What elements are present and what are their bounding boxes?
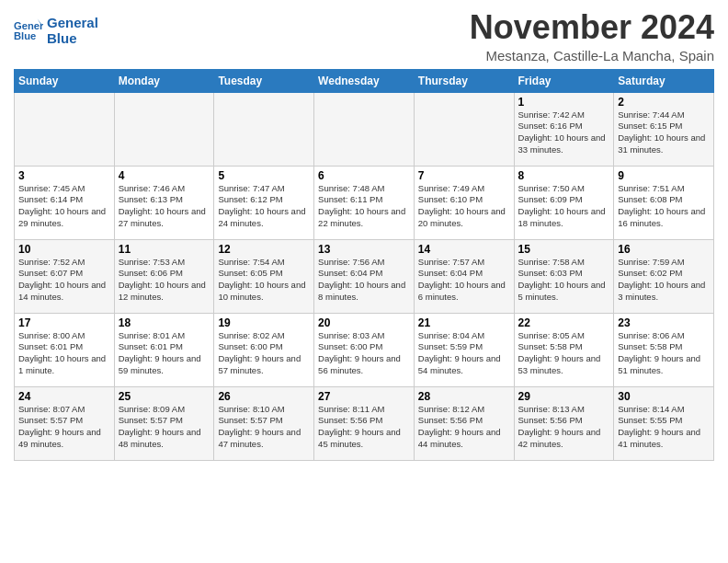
calendar-table: SundayMondayTuesdayWednesdayThursdayFrid… [14, 69, 714, 461]
day-info: Sunrise: 7:59 AM Sunset: 6:02 PM Dayligh… [618, 257, 710, 304]
calendar-cell: 26Sunrise: 8:10 AM Sunset: 5:57 PM Dayli… [214, 386, 314, 460]
day-number: 8 [518, 169, 610, 182]
calendar-week-row: 1Sunrise: 7:42 AM Sunset: 6:16 PM Daylig… [15, 92, 714, 166]
day-number: 27 [318, 390, 410, 403]
title-area: November 2024 Mestanza, Castille-La Manc… [470, 9, 714, 63]
calendar-week-row: 17Sunrise: 8:00 AM Sunset: 6:01 PM Dayli… [15, 313, 714, 386]
day-number: 12 [218, 243, 310, 256]
weekday-header-cell: Tuesday [214, 69, 314, 92]
day-number: 6 [318, 169, 410, 182]
day-info: Sunrise: 7:52 AM Sunset: 6:07 PM Dayligh… [18, 257, 110, 304]
day-number: 29 [518, 390, 610, 403]
calendar-cell: 8Sunrise: 7:50 AM Sunset: 6:09 PM Daylig… [514, 166, 614, 239]
logo-line1: General [47, 15, 98, 30]
calendar-cell: 23Sunrise: 8:06 AM Sunset: 5:58 PM Dayli… [614, 313, 714, 386]
day-info: Sunrise: 8:13 AM Sunset: 5:56 PM Dayligh… [518, 404, 610, 451]
day-number: 25 [119, 390, 210, 403]
day-number: 18 [119, 316, 210, 329]
calendar-cell: 22Sunrise: 8:05 AM Sunset: 5:58 PM Dayli… [514, 313, 614, 386]
day-info: Sunrise: 7:50 AM Sunset: 6:09 PM Dayligh… [518, 183, 610, 230]
day-info: Sunrise: 7:53 AM Sunset: 6:06 PM Dayligh… [119, 257, 210, 304]
calendar-cell [314, 92, 415, 166]
header: General Blue General Blue November 2024 … [14, 9, 714, 63]
calendar-cell: 1Sunrise: 7:42 AM Sunset: 6:16 PM Daylig… [514, 92, 614, 166]
day-info: Sunrise: 8:11 AM Sunset: 5:56 PM Dayligh… [318, 404, 410, 451]
calendar-cell: 29Sunrise: 8:13 AM Sunset: 5:56 PM Dayli… [514, 386, 614, 460]
calendar-cell: 27Sunrise: 8:11 AM Sunset: 5:56 PM Dayli… [314, 386, 415, 460]
day-info: Sunrise: 8:00 AM Sunset: 6:01 PM Dayligh… [18, 330, 110, 377]
day-number: 10 [18, 243, 110, 256]
calendar-cell [114, 92, 214, 166]
day-number: 22 [518, 316, 610, 329]
day-number: 7 [418, 169, 510, 182]
calendar-cell: 3Sunrise: 7:45 AM Sunset: 6:14 PM Daylig… [15, 166, 115, 239]
day-info: Sunrise: 8:12 AM Sunset: 5:56 PM Dayligh… [418, 404, 510, 451]
day-number: 4 [119, 169, 210, 182]
day-number: 9 [618, 169, 710, 182]
day-number: 17 [18, 316, 110, 329]
day-info: Sunrise: 8:05 AM Sunset: 5:58 PM Dayligh… [518, 330, 610, 377]
calendar-cell: 11Sunrise: 7:53 AM Sunset: 6:06 PM Dayli… [114, 239, 214, 313]
calendar-cell: 9Sunrise: 7:51 AM Sunset: 6:08 PM Daylig… [614, 166, 714, 239]
day-info: Sunrise: 7:47 AM Sunset: 6:12 PM Dayligh… [218, 183, 310, 230]
day-info: Sunrise: 7:57 AM Sunset: 6:04 PM Dayligh… [418, 257, 510, 304]
calendar-cell: 21Sunrise: 8:04 AM Sunset: 5:59 PM Dayli… [414, 313, 514, 386]
calendar-week-row: 10Sunrise: 7:52 AM Sunset: 6:07 PM Dayli… [15, 239, 714, 313]
calendar-cell: 6Sunrise: 7:48 AM Sunset: 6:11 PM Daylig… [314, 166, 415, 239]
calendar-week-row: 24Sunrise: 8:07 AM Sunset: 5:57 PM Dayli… [15, 386, 714, 460]
generalblue-logo-icon: General Blue [14, 17, 43, 43]
calendar-cell: 14Sunrise: 7:57 AM Sunset: 6:04 PM Dayli… [414, 239, 514, 313]
calendar-cell: 16Sunrise: 7:59 AM Sunset: 6:02 PM Dayli… [614, 239, 714, 313]
day-number: 1 [518, 96, 610, 109]
weekday-header-cell: Thursday [414, 69, 514, 92]
day-info: Sunrise: 8:03 AM Sunset: 6:00 PM Dayligh… [318, 330, 410, 377]
logo-line2: Blue [47, 30, 98, 46]
day-info: Sunrise: 8:14 AM Sunset: 5:55 PM Dayligh… [618, 404, 710, 451]
day-number: 5 [218, 169, 310, 182]
day-number: 13 [318, 243, 410, 256]
day-info: Sunrise: 7:54 AM Sunset: 6:05 PM Dayligh… [218, 257, 310, 304]
day-info: Sunrise: 8:01 AM Sunset: 6:01 PM Dayligh… [119, 330, 210, 377]
day-info: Sunrise: 7:51 AM Sunset: 6:08 PM Dayligh… [618, 183, 710, 230]
calendar-cell: 17Sunrise: 8:00 AM Sunset: 6:01 PM Dayli… [15, 313, 115, 386]
logo: General Blue General Blue [14, 9, 98, 47]
calendar-cell: 18Sunrise: 8:01 AM Sunset: 6:01 PM Dayli… [114, 313, 214, 386]
calendar-cell: 19Sunrise: 8:02 AM Sunset: 6:00 PM Dayli… [214, 313, 314, 386]
day-number: 3 [18, 169, 110, 182]
weekday-header-cell: Friday [514, 69, 614, 92]
calendar-cell: 28Sunrise: 8:12 AM Sunset: 5:56 PM Dayli… [414, 386, 514, 460]
location-subtitle: Mestanza, Castille-La Mancha, Spain [470, 48, 714, 63]
day-number: 16 [618, 243, 710, 256]
day-number: 24 [18, 390, 110, 403]
svg-text:Blue: Blue [14, 30, 36, 41]
day-number: 15 [518, 243, 610, 256]
weekday-header-row: SundayMondayTuesdayWednesdayThursdayFrid… [15, 69, 714, 92]
calendar-cell: 5Sunrise: 7:47 AM Sunset: 6:12 PM Daylig… [214, 166, 314, 239]
svg-text:General: General [14, 20, 43, 31]
calendar-cell [15, 92, 115, 166]
calendar-cell: 24Sunrise: 8:07 AM Sunset: 5:57 PM Dayli… [15, 386, 115, 460]
day-info: Sunrise: 8:09 AM Sunset: 5:57 PM Dayligh… [119, 404, 210, 451]
calendar-cell: 13Sunrise: 7:56 AM Sunset: 6:04 PM Dayli… [314, 239, 415, 313]
calendar-cell: 25Sunrise: 8:09 AM Sunset: 5:57 PM Dayli… [114, 386, 214, 460]
day-info: Sunrise: 8:06 AM Sunset: 5:58 PM Dayligh… [618, 330, 710, 377]
weekday-header-cell: Monday [114, 69, 214, 92]
day-number: 2 [618, 96, 710, 109]
day-info: Sunrise: 7:44 AM Sunset: 6:15 PM Dayligh… [618, 109, 710, 156]
calendar-cell: 10Sunrise: 7:52 AM Sunset: 6:07 PM Dayli… [15, 239, 115, 313]
calendar-cell: 12Sunrise: 7:54 AM Sunset: 6:05 PM Dayli… [214, 239, 314, 313]
day-info: Sunrise: 8:02 AM Sunset: 6:00 PM Dayligh… [218, 330, 310, 377]
day-number: 21 [418, 316, 510, 329]
calendar-week-row: 3Sunrise: 7:45 AM Sunset: 6:14 PM Daylig… [15, 166, 714, 239]
weekday-header-cell: Sunday [15, 69, 115, 92]
day-info: Sunrise: 7:48 AM Sunset: 6:11 PM Dayligh… [318, 183, 410, 230]
day-number: 20 [318, 316, 410, 329]
day-number: 19 [218, 316, 310, 329]
day-info: Sunrise: 7:45 AM Sunset: 6:14 PM Dayligh… [18, 183, 110, 230]
day-info: Sunrise: 7:42 AM Sunset: 6:16 PM Dayligh… [518, 109, 610, 156]
month-title: November 2024 [470, 9, 714, 46]
weekday-header-cell: Wednesday [314, 69, 415, 92]
calendar-cell: 20Sunrise: 8:03 AM Sunset: 6:00 PM Dayli… [314, 313, 415, 386]
day-info: Sunrise: 7:46 AM Sunset: 6:13 PM Dayligh… [119, 183, 210, 230]
calendar-cell [214, 92, 314, 166]
